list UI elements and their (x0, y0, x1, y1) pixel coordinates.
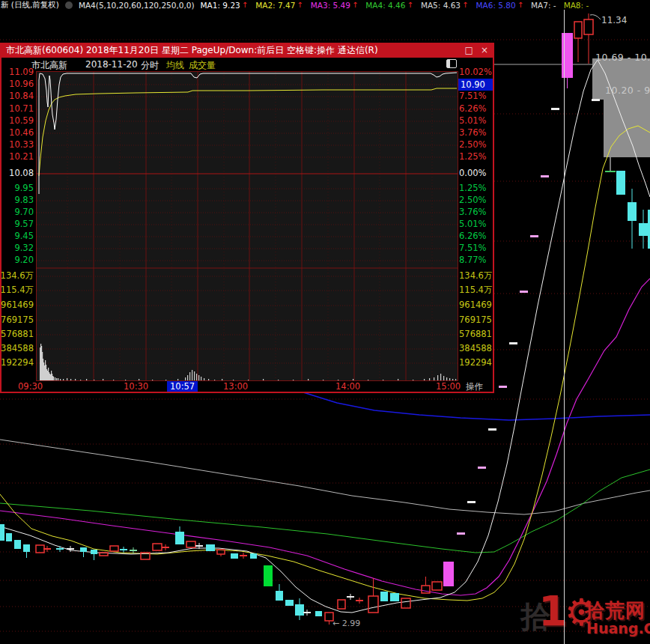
time-axis-label: 10:30 (124, 381, 148, 392)
price-axis-label: 10.08 (0, 168, 34, 178)
price-axis-label: 9.95 (0, 183, 34, 193)
tdx-app-window: 新 (日线,前复权) MA4(5,10,20,60,120,250,0,0) M… (0, 0, 650, 644)
percent-axis-label: 1.25% (459, 183, 487, 193)
volume-axis-label: 115.4万 (0, 285, 34, 296)
volume-axis-label: 961469 (0, 300, 34, 310)
volume-axis-label-right: 134.6万 (459, 270, 492, 282)
percent-axis-label: 3.76% (459, 127, 487, 138)
percent-axis-label: 2.50% (459, 195, 487, 205)
watermark: 拾 1⚙ 拾荒网 Huang.CN (519, 589, 650, 643)
price-axis-label: 11.09 (0, 67, 34, 77)
ma-legend-item: MA8: - (564, 1, 589, 10)
crosshair-vertical-line (564, 10, 565, 644)
ma-legend-item: MA7: - (531, 1, 556, 10)
price-axis-label: 9.83 (0, 195, 34, 205)
price-axis-label: 10.71 (0, 103, 34, 114)
tab-volume[interactable]: 成交量 (189, 59, 216, 72)
time-axis: 09:3010:3010:5713:0014:0015:00操作 (0, 381, 494, 392)
tab-average-line[interactable]: 均线 (166, 59, 184, 72)
ma-legend-item: MA2: 7.47↑ (255, 1, 303, 10)
percent-axis-label: 0.00% (459, 168, 487, 178)
popup-title-text: 市北高新(600604) 2018年11月20日 星期二 PageUp/Down… (6, 43, 378, 58)
price-axis-label: 10.33 (0, 139, 34, 150)
high-price-annotation: 11.34 (601, 15, 627, 25)
time-axis-label: 14:00 (335, 381, 360, 392)
price-axis-label: 9.20 (0, 255, 34, 265)
range-box2-label: 10.20 - 9.46 (605, 85, 650, 96)
ma-legend-item: MA5: 4.63↑ (421, 1, 469, 10)
range-box1-label: 10.69 - 10.20 (595, 52, 650, 63)
intraday-plot-area[interactable] (36, 71, 458, 381)
price-axis-label: 9.32 (0, 243, 34, 253)
price-axis-label: 10.21 (0, 151, 34, 162)
percent-axis-label: 6.26% (459, 103, 487, 114)
time-axis-label: 13:00 (223, 381, 248, 392)
percent-axis-label: 1.25% (459, 151, 487, 162)
volume-axis-label-right: 192294 (459, 357, 492, 368)
price-axis-label: 9.57 (0, 219, 34, 229)
volume-axis-label-right: 769175 (459, 315, 492, 325)
volume-axis-label: 576881 (0, 329, 34, 339)
crosshair-time-badge: 10:57 (167, 381, 198, 392)
indicator-params-label: MA4(5,10,20,60,120,250,0,0) (79, 1, 195, 10)
intraday-popup-window: 市北高新(600604) 2018年11月20日 星期二 PageUp/Down… (0, 43, 494, 393)
current-price-badge: 10.90 (458, 79, 493, 91)
stock-name-label: 市北高新 (31, 59, 67, 72)
close-button[interactable]: × (481, 43, 488, 58)
price-axis-label: 10.96 (0, 79, 34, 89)
ma-legend-item: MA6: 5.80↑ (476, 1, 523, 10)
ma-legend-item: MA3: 5.49↑ (311, 1, 359, 10)
volume-axis-label-right: 576881 (459, 329, 492, 339)
percent-axis-label: 5.01% (459, 115, 487, 126)
percent-axis-label: 6.26% (459, 231, 487, 241)
watermark-domain: Huang.CN (586, 620, 650, 637)
percent-axis-label: 3.76% (459, 207, 487, 217)
time-axis-label: 09:30 (18, 381, 43, 392)
percent-axis-label: 2.50% (459, 139, 487, 150)
percent-axis-label: 7.51% (459, 243, 487, 253)
time-axis-label: 15:00 (436, 381, 461, 392)
action-menu-label[interactable]: 操作 (466, 381, 483, 392)
percent-axis-label: 7.51% (459, 91, 487, 101)
date-label: 2018-11-20 (85, 59, 138, 70)
top-info-bar: 新 (日线,前复权) MA4(5,10,20,60,120,250,0,0) M… (0, 0, 650, 10)
volume-axis-label-right: 384588 (459, 343, 492, 353)
price-axis-label: 9.70 (0, 207, 34, 217)
percent-axis-label: 8.77% (459, 255, 487, 265)
volume-axis-label-right: 115.4万 (459, 285, 492, 296)
low-price-annotation: ← 2.99 (332, 619, 360, 628)
ma-legend-item: MA1: 9.23↑ (201, 1, 249, 10)
intraday-average-line (39, 88, 457, 176)
percent-axis-label: 10.02% (459, 67, 492, 77)
ma-legend-item: MA4: 4.46↑ (365, 1, 413, 10)
volume-axis-label: 134.6万 (0, 270, 34, 282)
ma-gray (0, 440, 650, 514)
symbol-period-label: 新 (日线,前复权) (1, 0, 59, 10)
ma-blue (303, 392, 650, 420)
popup-info-row: 市北高新 2018-11-20 分时 均线 成交量 (0, 59, 494, 71)
volume-axis-label: 769175 (0, 315, 34, 325)
price-axis-label: 9.45 (0, 231, 34, 241)
tab-intraday[interactable]: 分时 (141, 59, 159, 72)
ma-green (0, 470, 650, 553)
volume-axis-label-right: 961469 (459, 300, 492, 310)
price-axis-label: 10.46 (0, 127, 34, 138)
price-axis-label: 10.84 (0, 91, 34, 101)
volume-axis-label: 384588 (0, 343, 34, 353)
percent-axis-label: 5.01% (459, 219, 487, 229)
maximize-button[interactable]: □ (465, 43, 473, 58)
ma-legend: MA1: 9.23↑MA2: 7.47↑MA3: 5.49↑MA4: 4.46↑… (201, 1, 589, 10)
popup-title-bar[interactable]: 市北高新(600604) 2018年11月20日 星期二 PageUp/Down… (1, 43, 493, 58)
price-axis-label: 10.59 (0, 115, 34, 126)
restore-window-icon[interactable] (446, 59, 457, 68)
adjust-price-icon[interactable] (65, 1, 73, 9)
volume-axis-label: 192294 (0, 357, 34, 368)
